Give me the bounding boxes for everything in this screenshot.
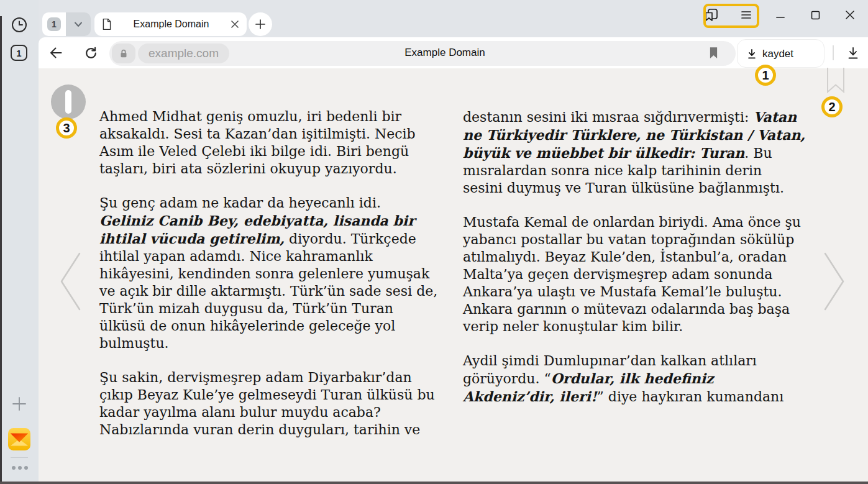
sidebar-divider — [11, 457, 28, 458]
chevron-left-icon — [59, 252, 81, 311]
sidebar-add-button[interactable] — [11, 395, 28, 413]
download-icon — [746, 48, 757, 60]
reader-text: Şu sakin, dervişmeşrep adam Diyarbakır’d… — [99, 370, 435, 437]
reader-text: destanın sesini iki mısraa sığdırıvermiş… — [463, 109, 753, 125]
minimize-icon — [776, 11, 785, 19]
reader-text: ” diye haykıran kumandanı — [597, 389, 784, 404]
annotation-badge-3: 3 — [56, 117, 77, 139]
tab-group-control: 1 — [42, 12, 91, 36]
bookmark-ribbon[interactable] — [826, 68, 845, 94]
reader-text: Şu genç adam ne kadar da heyecanlı idi. — [99, 195, 381, 211]
lock-icon — [118, 48, 129, 59]
tab-counter-badge: 1 — [47, 17, 61, 31]
window-bottom-border — [0, 482, 868, 484]
close-window-button[interactable] — [839, 0, 861, 30]
chevron-down-icon — [73, 19, 83, 29]
maximize-icon — [811, 11, 820, 20]
side-panel-button[interactable] — [700, 0, 723, 30]
reader-paragraph: Ahmed Midhat geniş omuzlu, iri bedenli b… — [99, 108, 439, 178]
left-sidebar: 1 — [0, 0, 39, 482]
plus-icon — [11, 396, 27, 412]
yandex-mail-app-button[interactable] — [8, 428, 30, 450]
annotation-number: 2 — [828, 100, 835, 114]
dot — [18, 466, 22, 470]
back-button[interactable] — [43, 37, 68, 68]
url-text: example.com — [148, 47, 219, 60]
url-chip[interactable]: example.com — [138, 43, 229, 63]
power-bar-icon — [65, 90, 71, 114]
reader-column-right: destanın sesini iki mısraa sığdırıvermiş… — [463, 108, 806, 422]
dot — [12, 466, 16, 470]
back-arrow-icon — [48, 45, 63, 60]
bookmark-flag-button[interactable] — [709, 46, 718, 60]
screen-edge — [0, 16, 2, 482]
tab-close-icon[interactable] — [231, 20, 239, 29]
annotation-number: 1 — [762, 68, 769, 83]
tab-count-label: 1 — [16, 48, 21, 58]
save-button-group: kaydet — [737, 39, 825, 68]
reader-text: Ahmed Midhat geniş omuzlu, iri bedenli b… — [99, 109, 416, 176]
history-button[interactable] — [11, 16, 28, 34]
plus-icon — [255, 19, 266, 30]
new-tab-button[interactable] — [249, 12, 272, 36]
address-bar[interactable]: example.com Example Domain — [109, 41, 736, 66]
close-icon — [845, 10, 855, 20]
bookmarks-panel-icon — [704, 7, 719, 22]
reader-listen-button[interactable] — [51, 84, 86, 119]
reader-paragraph: Şu sakin, dervişmeşrep adam Diyarbakır’d… — [99, 369, 439, 439]
annotation-number: 3 — [63, 121, 70, 135]
maximize-button[interactable] — [804, 0, 826, 30]
tab-example-domain[interactable]: Example Domain — [94, 12, 247, 36]
save-button-label: kaydet — [762, 48, 793, 60]
mail-app-icon — [8, 428, 30, 450]
next-page-button[interactable] — [823, 252, 846, 311]
previous-page-button[interactable] — [59, 252, 81, 311]
downloads-button[interactable] — [839, 37, 867, 68]
tab-counter-button[interactable]: 1 — [42, 12, 66, 36]
clock-icon — [11, 17, 27, 33]
save-button[interactable]: kaydet — [744, 44, 796, 64]
browser-window: 1 — [0, 0, 868, 484]
connection-secure-button[interactable] — [112, 43, 135, 63]
download-icon — [847, 47, 859, 60]
reload-icon — [84, 46, 98, 60]
page-file-icon — [102, 18, 112, 30]
annotation-badge-2: 2 — [821, 96, 843, 117]
annotation-badge-1: 1 — [755, 65, 776, 86]
tab-title: Example Domain — [112, 19, 231, 30]
chevron-right-icon — [823, 252, 846, 311]
toolbar-separator — [833, 45, 834, 60]
address-toolbar: example.com Example Domain kaydet — [39, 37, 868, 68]
reader-paragraph: Şu genç adam ne kadar da heyecanlı idi. … — [99, 194, 439, 352]
reader-text: diyordu. Türkçede ihtilal yapan adamdı. … — [99, 231, 437, 351]
reader-content: Ahmed Midhat geniş omuzlu, iri bedenli b… — [39, 68, 868, 482]
sidebar-tab-count[interactable]: 1 — [11, 45, 27, 61]
bookmark-filled-icon — [709, 46, 718, 60]
reload-button[interactable] — [78, 37, 103, 68]
dot — [24, 466, 28, 470]
reader-paragraph: Mustafa Kemal de onlardan biriydi. Ama ö… — [463, 214, 806, 336]
page-title: Example Domain — [283, 47, 606, 59]
browser-menu-button[interactable] — [735, 0, 757, 30]
reader-paragraph: Aydil şimdi Dumlupınar’dan kalkan atlıla… — [463, 352, 806, 406]
hamburger-menu-icon — [741, 11, 751, 19]
ribbon-bookmark-icon — [826, 68, 845, 94]
reader-paragraph: destanın sesini iki mısraa sığdırıvermiş… — [463, 108, 806, 197]
minimize-button[interactable] — [769, 0, 792, 30]
reader-column-left: Ahmed Midhat geniş omuzlu, iri bedenli b… — [99, 108, 439, 455]
reader-text: Mustafa Kemal de onlardan biriydi. Ama ö… — [463, 214, 801, 334]
tab-list-dropdown-button[interactable] — [66, 12, 91, 36]
sidebar-more-button[interactable] — [12, 466, 28, 470]
